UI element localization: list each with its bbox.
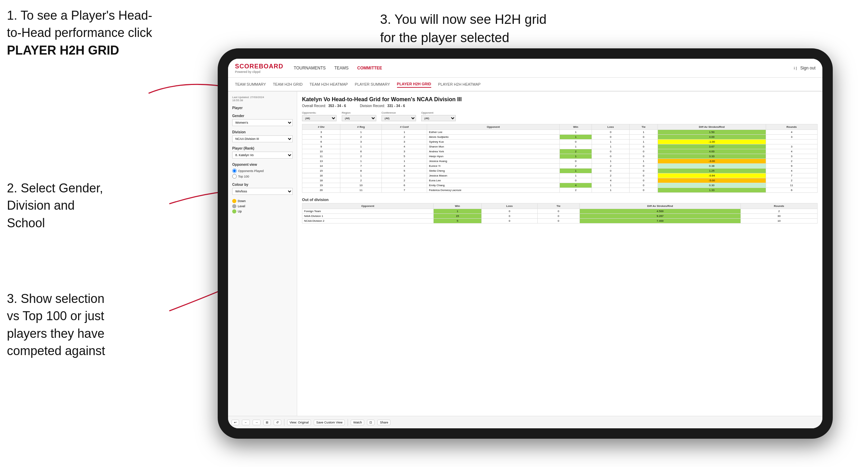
down-dot: [232, 199, 236, 203]
table-row: 11 2 5 Heejo Hyun 1 0 0 3.33 3: [302, 154, 818, 159]
td-opponent: Eunice Yi: [427, 164, 559, 169]
view-original-btn[interactable]: View: Original: [287, 420, 311, 425]
td-loss: 4: [592, 178, 630, 183]
undo-btn[interactable]: ↩: [232, 420, 239, 425]
td-div: 5: [302, 135, 340, 140]
sign-out-link[interactable]: Sign out: [800, 64, 815, 72]
sub-nav-team-h2h-heatmap[interactable]: TEAM H2H HEATMAP: [310, 81, 348, 87]
th-win: Win: [559, 124, 592, 130]
division-select[interactable]: NCAA Division III: [232, 135, 293, 142]
conference-select[interactable]: (All): [381, 115, 416, 121]
td-conf: 5: [382, 154, 427, 159]
opponent-select[interactable]: (All): [421, 115, 456, 121]
opponent-label: Opponent: [421, 111, 456, 114]
table-row: 14 7 4 Eunice Yi 2 2 0 0.38 9: [302, 164, 818, 169]
td-win: 2: [559, 149, 592, 154]
gender-select[interactable]: Women's: [232, 119, 293, 126]
legend-level: Level: [232, 204, 293, 208]
td-win: 1: [559, 173, 592, 178]
td-conf: 1: [382, 159, 427, 164]
td-tie: 0: [629, 173, 658, 178]
th-opponent: Opponent: [427, 124, 559, 130]
th-div: # Div: [302, 124, 340, 130]
record-row: Overall Record: 353 - 34 - 6 Division Re…: [302, 104, 818, 108]
td-reg: 2: [340, 178, 382, 183]
main-table: # Div # Reg # Conf Opponent Win Loss Tie…: [302, 124, 818, 193]
overall-record-label: Overall Record: 353 - 34 - 6: [302, 104, 346, 108]
ood-td-tie: 0: [537, 209, 579, 214]
td-tie: 0: [629, 154, 658, 159]
sub-nav-team-h2h-grid[interactable]: TEAM H2H GRID: [273, 81, 303, 87]
instruction-3-bottom: 3. Show selection vs Top 100 or just pla…: [7, 290, 180, 360]
region-select[interactable]: (All): [342, 115, 376, 121]
th-loss: Loss: [592, 124, 630, 130]
player-label: Player: [232, 106, 293, 110]
instr3-bottom-line2: vs Top 100 or just: [7, 309, 104, 323]
instr1-bold: PLAYER H2H GRID: [7, 43, 119, 57]
td-reg: 11: [340, 188, 382, 193]
td-conf: 4: [382, 164, 427, 169]
ood-th-opponent: Opponent: [302, 203, 434, 209]
save-custom-view-btn[interactable]: Save Custom View: [314, 420, 345, 425]
td-div: 16: [302, 173, 340, 178]
nav-tournaments[interactable]: TOURNAMENTS: [294, 64, 326, 72]
layout-btn[interactable]: ⊡: [367, 420, 375, 425]
ood-td-tie: 0: [537, 214, 579, 219]
opponent-view-label: Opponent view: [232, 163, 293, 166]
nav-committee[interactable]: COMMITTEE: [357, 64, 382, 72]
td-win: 1: [559, 144, 592, 149]
instr3-bottom-line1: 3. Show selection: [7, 292, 104, 306]
table-row: 6 3 3 Sydney Kuo 0 1 1 -1.00: [302, 140, 818, 144]
td-rounds: 9: [766, 164, 817, 169]
nav-teams[interactable]: TEAMS: [334, 64, 348, 72]
td-div: 14: [302, 164, 340, 169]
ood-th-rounds: Rounds: [740, 203, 817, 209]
filter-row: Opponents: (All) Region (All) Conference: [302, 111, 818, 121]
radio-top100[interactable]: Top 100: [232, 174, 293, 179]
td-div: 9: [302, 144, 340, 149]
colour-by-select[interactable]: Win/loss: [232, 188, 293, 195]
td-rounds: 4: [766, 149, 817, 154]
instr3-top-line1: 3. You will now see H2H grid: [380, 12, 547, 27]
td-opponent: Sydney Kuo: [427, 140, 559, 144]
opponents-select[interactable]: (All): [302, 115, 337, 121]
td-reg: 1: [340, 173, 382, 178]
grid-btn[interactable]: ⊞: [263, 420, 271, 425]
division-label: Division: [232, 130, 293, 134]
watch-btn[interactable]: Watch: [351, 420, 364, 425]
td-diff: 3.33: [658, 154, 766, 159]
td-rounds: 6: [766, 188, 817, 193]
td-diff: 4.00: [658, 135, 766, 140]
ood-td-rounds: 30: [740, 214, 817, 219]
td-tie: 1: [629, 159, 658, 164]
player-rank-select[interactable]: 8. Katelyn Vo: [232, 152, 293, 159]
radio-opponents-played[interactable]: Opponents Played: [232, 169, 293, 173]
sub-nav-player-summary[interactable]: PLAYER SUMMARY: [355, 81, 390, 87]
td-reg: 10: [340, 183, 382, 188]
td-reg: 3: [340, 140, 382, 144]
sub-nav-team-summary[interactable]: TEAM SUMMARY: [235, 81, 266, 87]
ood-td-win: 1: [433, 209, 481, 214]
ood-td-win: 15: [433, 214, 481, 219]
back-btn[interactable]: ←: [242, 420, 250, 425]
sub-nav-player-h2h-heatmap[interactable]: PLAYER H2H HEATMAP: [438, 81, 481, 87]
share-btn[interactable]: Share: [377, 420, 390, 425]
refresh-btn[interactable]: ↺: [274, 420, 281, 425]
td-rounds: 2: [766, 159, 817, 164]
td-tie: 0: [629, 144, 658, 149]
ood-td-diff: 9.267: [579, 214, 740, 219]
th-conf: # Conf: [382, 124, 427, 130]
td-conf: 3: [382, 173, 427, 178]
sidebar-colour-by-section: Colour by Win/loss: [232, 183, 293, 195]
td-opponent: Andrea York: [427, 149, 559, 154]
ood-td-rounds: 10: [740, 219, 817, 223]
td-tie: 1: [629, 140, 658, 144]
td-conf: 4: [382, 144, 427, 149]
sidebar-timestamp: Last Updated: 27/03/2024 16:55:38: [232, 96, 293, 102]
forward-btn[interactable]: →: [253, 420, 261, 425]
sub-nav-player-h2h-grid[interactable]: PLAYER H2H GRID: [397, 81, 431, 88]
sidebar-opponent-view-section: Opponent view Opponents Played Top 100: [232, 163, 293, 179]
td-div: 11: [302, 154, 340, 159]
td-loss: 0: [592, 169, 630, 173]
ood-td-loss: 0: [482, 214, 538, 219]
